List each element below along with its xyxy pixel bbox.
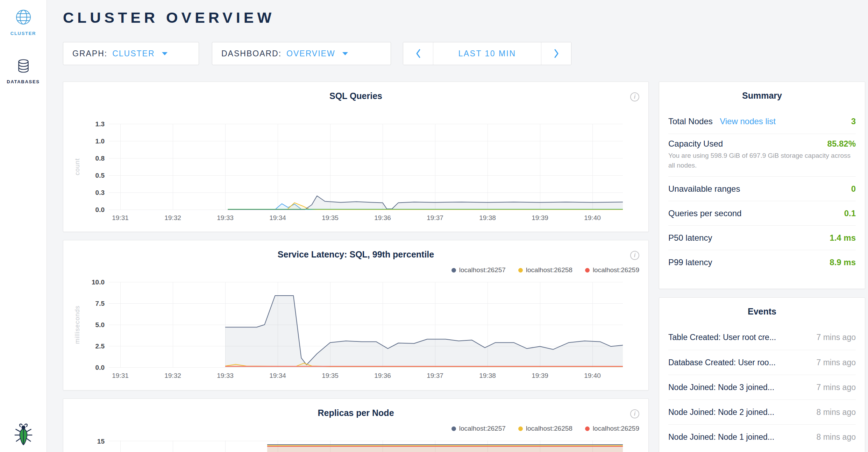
chevron-left-icon	[415, 48, 421, 59]
event-row: Node Joined: Node 2 joined... 8 mins ago	[668, 400, 856, 424]
svg-text:0.8: 0.8	[95, 155, 105, 162]
summary-row-total-nodes: Total Nodes View nodes list 3	[668, 109, 856, 134]
time-window-control: LAST 10 MIN	[403, 42, 571, 65]
svg-text:0.5: 0.5	[95, 172, 105, 179]
svg-text:19:39: 19:39	[532, 214, 548, 221]
summary-label: P99 latency	[668, 257, 712, 267]
time-window-label[interactable]: LAST 10 MIN	[433, 42, 541, 65]
event-time: 7 mins ago	[816, 333, 856, 342]
globe-icon	[15, 9, 31, 25]
graph-dropdown-value: CLUSTER	[112, 49, 155, 58]
chart-panel-service-latency: Service Latency: SQL, 99th percentile i …	[63, 240, 649, 390]
svg-text:19:35: 19:35	[322, 214, 339, 221]
summary-label: Unavailable ranges	[668, 184, 740, 194]
summary-title: Summary	[659, 82, 865, 109]
chevron-down-icon	[342, 52, 348, 55]
summary-row-capacity-used: Capacity Used 85.82% You are using 598.9…	[668, 134, 856, 176]
cockroachdb-logo[interactable]	[13, 423, 34, 447]
svg-text:19:31: 19:31	[112, 214, 129, 221]
capacity-subtitle: You are using 598.9 GiB of 697.9 GiB sto…	[668, 151, 856, 170]
event-text: Node Joined: Node 1 joined...	[668, 432, 774, 442]
svg-text:19:40: 19:40	[584, 372, 601, 379]
graph-dropdown[interactable]: GRAPH: CLUSTER	[63, 42, 199, 65]
svg-text:19:34: 19:34	[269, 214, 286, 221]
summary-value: 1.4 ms	[830, 233, 856, 243]
view-nodes-list-link[interactable]: View nodes list	[720, 116, 776, 126]
summary-label: Queries per second	[668, 209, 741, 218]
svg-text:15: 15	[97, 438, 105, 445]
summary-label: Total Nodes	[668, 116, 713, 126]
time-window-prev-button[interactable]	[403, 42, 433, 65]
summary-row-p99-latency: P99 latency 8.9 ms	[668, 250, 856, 274]
svg-text:0.0: 0.0	[95, 364, 105, 371]
svg-text:milliseconds: milliseconds	[74, 305, 81, 344]
service-latency-chart: 0.02.55.07.510.019:3119:3219:3319:3419:3…	[63, 240, 648, 390]
svg-text:19:37: 19:37	[427, 214, 443, 221]
summary-value: 0.1	[844, 209, 856, 218]
events-panel: Events Table Created: User root cre... 7…	[659, 297, 865, 452]
event-text: Database Created: User roo...	[668, 358, 776, 367]
summary-value: 3	[851, 116, 856, 126]
svg-text:1.0: 1.0	[95, 137, 105, 145]
dashboard-dropdown-label: DASHBOARD:	[221, 49, 282, 58]
sidebar-item-label: CLUSTER	[0, 31, 47, 36]
chevron-down-icon	[162, 52, 168, 55]
svg-text:19:31: 19:31	[112, 372, 129, 379]
svg-text:10.0: 10.0	[92, 278, 105, 286]
svg-text:19:40: 19:40	[584, 214, 601, 221]
svg-text:5.0: 5.0	[95, 321, 105, 329]
event-row: Database Created: User roo... 7 mins ago	[668, 350, 856, 375]
svg-text:0.3: 0.3	[95, 189, 105, 196]
chart-panel-sql-queries: SQL Queries i 0.00.30.50.81.01.319:3119:…	[63, 82, 649, 232]
cockroach-icon	[13, 423, 34, 446]
summary-value: 8.9 ms	[830, 257, 856, 267]
event-time: 8 mins ago	[816, 432, 856, 442]
svg-text:19:38: 19:38	[479, 372, 496, 379]
svg-text:19:37: 19:37	[427, 372, 443, 379]
summary-panel: Summary Total Nodes View nodes list 3 Ca…	[659, 82, 865, 289]
event-time: 7 mins ago	[816, 383, 856, 392]
event-text: Table Created: User root cre...	[668, 333, 776, 342]
sql-queries-chart: 0.00.30.50.81.01.319:3119:3219:3319:3419…	[63, 82, 648, 232]
event-time: 8 mins ago	[816, 408, 856, 417]
svg-text:0.0: 0.0	[95, 206, 105, 213]
page-title: CLUSTER OVERVIEW	[63, 9, 275, 26]
sidebar: CLUSTER DATABASES	[0, 0, 47, 452]
chevron-right-icon	[553, 48, 560, 59]
event-row: Node Joined: Node 1 joined... 8 mins ago	[668, 424, 856, 449]
svg-text:19:33: 19:33	[217, 372, 234, 379]
summary-value: 85.82%	[827, 139, 856, 149]
summary-label: Capacity Used	[668, 139, 723, 149]
event-text: Node Joined: Node 3 joined...	[668, 383, 774, 392]
sidebar-item-databases[interactable]: DATABASES	[0, 59, 47, 84]
summary-row-unavailable-ranges: Unavailable ranges 0	[668, 176, 856, 201]
time-window-next-button[interactable]	[541, 42, 571, 65]
summary-label: P50 latency	[668, 233, 712, 243]
svg-text:19:32: 19:32	[164, 372, 181, 379]
sidebar-item-cluster[interactable]: CLUSTER	[0, 9, 47, 36]
svg-text:19:33: 19:33	[217, 214, 234, 221]
dashboard-dropdown-value: OVERVIEW	[286, 49, 335, 58]
events-list: Table Created: User root cre... 7 mins a…	[659, 325, 865, 449]
svg-text:19:35: 19:35	[322, 372, 339, 379]
svg-text:19:39: 19:39	[532, 372, 548, 379]
svg-text:19:36: 19:36	[374, 372, 391, 379]
svg-text:7.5: 7.5	[95, 300, 105, 307]
summary-value: 0	[851, 184, 856, 194]
event-time: 7 mins ago	[816, 358, 856, 367]
event-row: Node Joined: Node 3 joined... 7 mins ago	[668, 375, 856, 400]
svg-text:count: count	[74, 158, 81, 175]
replicas-per-node-chart: 1519:3119:3219:3319:3419:3519:3619:3719:…	[63, 399, 648, 452]
svg-text:1.3: 1.3	[95, 120, 105, 128]
svg-text:19:38: 19:38	[479, 214, 496, 221]
svg-text:19:36: 19:36	[374, 214, 391, 221]
summary-row-p50-latency: P50 latency 1.4 ms	[668, 225, 856, 250]
event-row: Table Created: User root cre... 7 mins a…	[668, 325, 856, 350]
sidebar-item-label: DATABASES	[0, 79, 47, 84]
svg-text:19:32: 19:32	[164, 214, 181, 221]
svg-text:19:34: 19:34	[269, 372, 286, 379]
svg-text:2.5: 2.5	[95, 342, 105, 350]
dashboard-dropdown[interactable]: DASHBOARD: OVERVIEW	[212, 42, 391, 65]
graph-dropdown-label: GRAPH:	[72, 49, 107, 58]
summary-row-queries-per-second: Queries per second 0.1	[668, 201, 856, 225]
